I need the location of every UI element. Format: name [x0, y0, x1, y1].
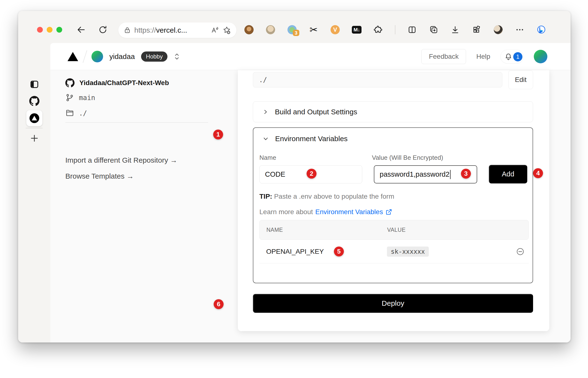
back-icon[interactable]	[76, 25, 86, 35]
markdown-extension-icon[interactable]: M↓	[352, 25, 361, 35]
row-divider	[259, 263, 529, 263]
environment-variables-section: Environment Variables Name Value (Will B…	[253, 127, 533, 283]
name-label: Name	[259, 154, 276, 162]
team-switcher-icon[interactable]	[174, 53, 180, 61]
refresh-icon[interactable]	[98, 25, 108, 35]
team-name: yidadaa	[109, 53, 135, 61]
build-section-title: Build and Output Settings	[275, 108, 357, 116]
plan-badge: Hobby	[141, 52, 167, 62]
user-persona-extension-icon[interactable]	[266, 25, 275, 35]
annotation-badge-2: 2	[307, 169, 316, 179]
env-section-title: Environment Variables	[275, 135, 348, 143]
extensions-row: 3 ✂ V M↓	[244, 25, 546, 35]
chevron-right-icon	[262, 109, 269, 115]
build-output-settings-section[interactable]: Build and Output Settings	[253, 101, 533, 122]
github-icon	[65, 78, 74, 87]
folder-icon	[65, 109, 74, 118]
apps-grid-icon[interactable]	[472, 25, 482, 35]
clipper-extension-icon[interactable]: ✂	[309, 25, 318, 35]
address-bar[interactable]: https://vercel.c...	[118, 23, 236, 38]
annotation-badge-3: 3	[461, 169, 471, 179]
v2ex-extension-icon[interactable]: V	[330, 25, 340, 35]
toolbar-divider	[395, 25, 395, 34]
tab-panel-icon[interactable]	[29, 80, 39, 89]
lock-icon	[124, 27, 131, 34]
proxy-extension-icon[interactable]: 3	[287, 25, 297, 35]
learn-more-line: Learn more about Environment Variables	[259, 208, 392, 216]
user-avatar[interactable]	[534, 50, 547, 63]
collections-icon[interactable]	[429, 25, 438, 35]
annotation-badge-4: 4	[533, 168, 543, 178]
chevron-down-icon	[262, 135, 269, 142]
feedback-button[interactable]: Feedback	[421, 49, 466, 64]
import-different-repo-link[interactable]: Import a different Git Repository →	[65, 156, 177, 164]
left-panel-divider	[65, 122, 208, 123]
external-link-icon[interactable]	[386, 209, 392, 215]
help-link[interactable]: Help	[476, 53, 490, 60]
value-label: Value (Will Be Encrypted)	[372, 154, 443, 162]
name-column-header: NAME	[266, 227, 283, 233]
annotation-badge-6: 6	[214, 299, 224, 309]
tip-text: Paste a .env above to populate the form	[272, 193, 394, 200]
close-window-button[interactable]	[37, 27, 43, 33]
root-dir-value: ./	[79, 109, 87, 117]
tip-line: TIP: Paste a .env above to populate the …	[259, 193, 394, 200]
add-favorite-icon[interactable]	[222, 26, 231, 35]
env-section-header[interactable]: Environment Variables	[262, 135, 348, 143]
url-text: https://vercel.c...	[134, 26, 207, 34]
minimize-window-button[interactable]	[47, 27, 53, 33]
git-branch-icon	[65, 93, 74, 102]
notifications-button[interactable]: 1	[501, 50, 524, 64]
url-protocol: https://	[134, 26, 156, 34]
env-name-value: CODE	[265, 170, 285, 178]
vertical-tab-strip	[18, 43, 50, 342]
configure-project-card: ./ Edit Build and Output Settings Enviro…	[238, 70, 549, 331]
split-screen-icon[interactable]	[407, 25, 417, 35]
env-row-name: OPENAI_API_KEY	[266, 248, 324, 256]
branch-name: main	[79, 94, 95, 102]
sidebar-divider	[26, 128, 43, 128]
vercel-active-tab[interactable]	[26, 110, 42, 126]
extension-count-badge: 3	[293, 30, 299, 36]
downloads-icon[interactable]	[450, 25, 460, 35]
text-cursor	[450, 170, 451, 179]
read-aloud-icon[interactable]	[211, 26, 219, 34]
learn-prefix: Learn more about	[259, 208, 313, 216]
team-avatar[interactable]	[91, 51, 103, 62]
remove-env-icon[interactable]	[516, 247, 524, 256]
breadcrumb-slash	[83, 50, 87, 63]
extensions-puzzle-icon[interactable]	[373, 25, 383, 35]
root-directory-field: ./	[253, 72, 502, 87]
browser-toolbar: https://vercel.c... 3 ✂ V M↓	[18, 11, 571, 43]
new-tab-button[interactable]	[29, 134, 39, 143]
screenshot-stage: https://vercel.c... 3 ✂ V M↓	[0, 0, 588, 378]
env-table-header: NAME VALUE	[259, 220, 529, 240]
env-value-value: password1,password2	[380, 170, 450, 178]
maximize-window-button[interactable]	[56, 27, 62, 33]
root-dir-row: ./	[65, 109, 87, 118]
more-menu-icon[interactable]	[515, 25, 525, 35]
add-env-button[interactable]: Add	[489, 165, 527, 183]
browse-templates-link[interactable]: Browse Templates →	[65, 172, 134, 180]
notification-count: 1	[513, 52, 522, 61]
browser-window: https://vercel.c... 3 ✂ V M↓	[18, 11, 571, 342]
env-docs-link[interactable]: Environment Variables	[315, 208, 383, 216]
annotation-badge-1: 1	[213, 130, 223, 139]
vercel-logo[interactable]	[67, 52, 78, 62]
env-table-row: OPENAI_API_KEY sk-xxxxxx	[259, 240, 529, 263]
annotation-badge-5: 5	[334, 246, 344, 256]
vercel-header: yidadaa Hobby Feedback Help 1	[50, 43, 571, 70]
repo-row: Yidadaa/ChatGPT-Next-Web	[65, 78, 169, 87]
branch-row: main	[65, 93, 95, 102]
env-row-value: sk-xxxxxx	[387, 246, 429, 257]
value-column-header: VALUE	[387, 227, 405, 233]
tip-label: TIP:	[259, 193, 272, 200]
bell-icon	[504, 53, 513, 61]
profile-avatar[interactable]	[493, 25, 503, 35]
edit-root-button[interactable]: Edit	[508, 70, 533, 89]
url-host: vercel.c...	[156, 26, 187, 34]
bing-chat-icon[interactable]	[536, 25, 546, 35]
deploy-button[interactable]: Deploy	[253, 294, 533, 313]
tampermonkey-extension-icon[interactable]	[244, 25, 254, 35]
github-tab-icon[interactable]	[29, 96, 40, 106]
